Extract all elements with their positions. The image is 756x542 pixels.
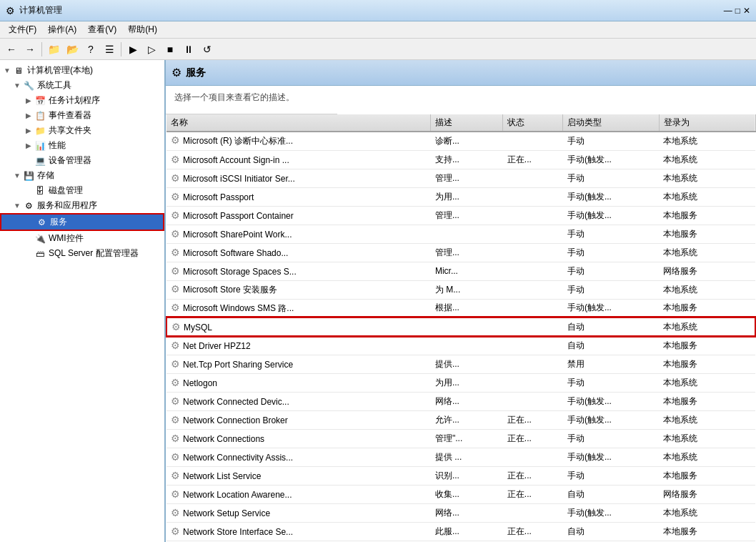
menu-view[interactable]: 查看(V)	[82, 22, 122, 37]
col-header-status[interactable]: 状态	[503, 114, 563, 132]
performance-icon: 📊	[34, 140, 46, 152]
folder-button[interactable]: 📁	[45, 41, 62, 58]
service-login: 本地系统	[659, 373, 755, 392]
minimize-icon[interactable]: —	[724, 6, 732, 16]
restart-button[interactable]: ↺	[199, 41, 216, 58]
table-row[interactable]: ⚙Net Driver HPZ12自动本地服务	[166, 336, 755, 355]
table-row[interactable]: ⚙Microsoft SharePoint Work...手动本地服务	[166, 225, 755, 243]
service-startup: 手动	[563, 429, 660, 448]
service-login: 本地系统	[659, 503, 755, 522]
tree-storage[interactable]: ▼ 💾 存储	[0, 168, 164, 183]
service-login: 网络服务	[659, 262, 755, 280]
tree-system-tools[interactable]: ▼ 🔧 系统工具	[0, 78, 164, 93]
close-icon[interactable]: ✕	[743, 6, 750, 16]
stop-button[interactable]: ■	[161, 41, 179, 58]
service-startup: 手动(触发...	[563, 392, 660, 410]
table-row[interactable]: ⚙MySQL自动本地系统	[166, 317, 755, 336]
service-name: Network Connected Devic...	[183, 397, 289, 407]
device-manager-label: 设备管理器	[49, 154, 91, 167]
forward-button[interactable]: →	[21, 41, 39, 58]
table-row[interactable]: ⚙Microsoft Software Shado...管理...手动本地系统	[166, 243, 755, 262]
services-table-container[interactable]: 名称 描述 状态 启动类型 登录为 ⚙Microsoft (R) 诊断中心标准.…	[166, 114, 756, 542]
service-name: Microsoft Windows SMS 路...	[183, 303, 294, 313]
table-row[interactable]: ⚙Netlogon为用...手动本地系统	[166, 373, 755, 392]
table-row[interactable]: ⚙Microsoft Account Sign-in ...支持...正在...…	[166, 150, 755, 169]
col-header-desc[interactable]: 描述	[431, 114, 503, 132]
pause-button[interactable]: ⏸	[180, 41, 197, 58]
tree-device-manager[interactable]: 💻 设备管理器	[0, 153, 164, 168]
tree-services[interactable]: ⚙ 服务	[0, 213, 164, 231]
service-desc: 为用...	[431, 187, 503, 206]
table-row[interactable]: ⚙Network Setup Service网络...手动(触发...本地系统	[166, 503, 755, 522]
service-name-cell: ⚙Microsoft Storage Spaces S...	[166, 262, 431, 280]
table-row[interactable]: ⚙Network Store Interface Se...此服...正在...…	[166, 522, 755, 541]
col-header-startup[interactable]: 启动类型	[563, 114, 660, 132]
gear-icon: ⚙	[171, 377, 180, 388]
table-row[interactable]: ⚙Network List Service识别...正在...手动本地服务	[166, 466, 755, 485]
service-name-cell: ⚙Microsoft Account Sign-in ...	[166, 150, 431, 169]
table-row[interactable]: ⚙Microsoft iSCSI Initiator Ser...管理...手动…	[166, 169, 755, 187]
service-name: Microsoft (R) 诊断中心标准...	[183, 136, 293, 146]
service-name: Network Location Awarene...	[183, 490, 292, 500]
event-viewer-icon: 📋	[34, 110, 46, 122]
service-status	[503, 336, 563, 355]
list-button[interactable]: ☰	[101, 41, 118, 58]
service-desc: Micr...	[431, 262, 503, 280]
table-row[interactable]: ⚙Network Connected Devic...网络...手动(触发...…	[166, 392, 755, 410]
service-name-cell: ⚙Microsoft Passport	[166, 187, 431, 206]
maximize-icon[interactable]: □	[735, 6, 740, 16]
disk-management-icon: 🗄	[34, 185, 46, 197]
col-header-name[interactable]: 名称	[166, 114, 431, 132]
info-button[interactable]: ?	[82, 41, 99, 58]
table-row[interactable]: ⚙Net.Tcp Port Sharing Service提供...禁用本地服务	[166, 355, 755, 373]
table-row[interactable]: ⚙Network Connectivity Assis...提供 ...手动(触…	[166, 448, 755, 466]
table-row[interactable]: ⚙Network Location Awarene...收集...正在...自动…	[166, 485, 755, 503]
table-row[interactable]: ⚙Microsoft Windows SMS 路...根据...手动(触发...…	[166, 299, 755, 317]
service-login: 本地系统	[659, 317, 755, 336]
device-manager-expand	[23, 155, 34, 167]
back-button[interactable]: ←	[3, 41, 20, 58]
service-startup: 手动	[563, 169, 660, 187]
service-name: Microsoft Software Shado...	[183, 248, 288, 258]
tree-wmi[interactable]: 🔌 WMI控件	[0, 231, 164, 246]
service-name-cell: ⚙Microsoft Store 安装服务	[166, 280, 431, 299]
play2-button[interactable]: ▷	[143, 41, 160, 58]
table-row[interactable]: ⚙Microsoft Passport Container管理...手动(触发.…	[166, 206, 755, 225]
gear-icon: ⚙	[171, 172, 180, 184]
service-name-cell: ⚙Network Store Interface Se...	[166, 522, 431, 541]
services-icon-tree: ⚙	[36, 217, 47, 228]
tree-shared-folders[interactable]: ▶ 📁 共享文件夹	[0, 123, 164, 138]
title-bar-text: 计算机管理	[19, 4, 62, 16]
service-desc: 管理...	[431, 243, 503, 262]
tree-performance[interactable]: ▶ 📊 性能	[0, 138, 164, 153]
table-row[interactable]: ⚙Microsoft Passport为用...手动(触发...本地系统	[166, 187, 755, 206]
service-desc: 为 M...	[431, 280, 503, 299]
table-row[interactable]: ⚙Network Connections管理"...正在...手动本地系统	[166, 429, 755, 448]
menu-file[interactable]: 文件(F)	[3, 22, 42, 37]
tree-task-scheduler[interactable]: ▶ 📅 任务计划程序	[0, 93, 164, 108]
table-row[interactable]: ⚙Microsoft Storage Spaces S...Micr...手动网…	[166, 262, 755, 280]
service-login: 本地服务	[659, 466, 755, 485]
service-login: 本地服务	[659, 355, 755, 373]
tree-sql[interactable]: 🗃 SQL Server 配置管理器	[0, 246, 164, 261]
menu-action[interactable]: 操作(A)	[42, 22, 82, 37]
service-name-cell: ⚙Microsoft (R) 诊断中心标准...	[166, 132, 431, 150]
play-button[interactable]: ▶	[124, 41, 141, 58]
service-login: 本地系统	[659, 243, 755, 262]
service-desc: 允许...	[431, 410, 503, 429]
tree-disk-management[interactable]: 🗄 磁盘管理	[0, 183, 164, 198]
col-header-login[interactable]: 登录为	[659, 114, 755, 132]
table-row[interactable]: ⚙Network Connection Broker允许...正在...手动(触…	[166, 410, 755, 429]
service-login: 本地系统	[659, 448, 755, 466]
system-tools-label: 系统工具	[37, 79, 71, 92]
tree-event-viewer[interactable]: ▶ 📋 事件查看器	[0, 108, 164, 123]
shared-folders-icon: 📁	[34, 125, 46, 137]
tree-services-apps[interactable]: ▼ ⚙ 服务和应用程序	[0, 198, 164, 213]
table-row[interactable]: ⚙Microsoft Store 安装服务为 M...手动本地系统	[166, 280, 755, 299]
menu-help[interactable]: 帮助(H)	[122, 22, 163, 37]
folder2-button[interactable]: 📂	[64, 41, 81, 58]
service-status	[503, 243, 563, 262]
table-row[interactable]: ⚙Microsoft (R) 诊断中心标准...诊断...手动本地系统	[166, 132, 755, 150]
services-header-icon: ⚙	[171, 66, 181, 79]
tree-root-item[interactable]: ▼ 🖥 计算机管理(本地)	[0, 63, 164, 78]
